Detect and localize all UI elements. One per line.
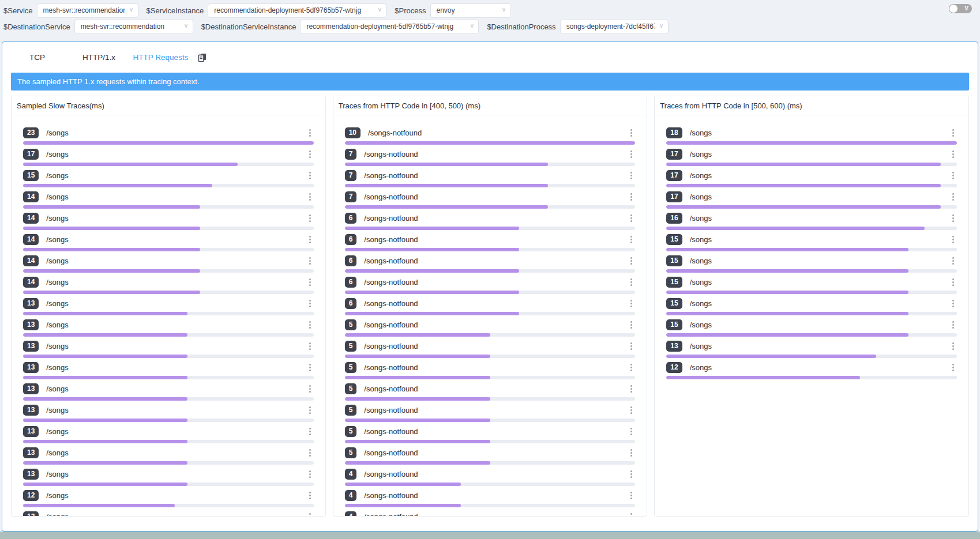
trace-endpoint-link[interactable]: /songs-notfound <box>364 214 418 223</box>
trace-endpoint-link[interactable]: /songs-notfound <box>364 512 418 516</box>
trace-endpoint-link[interactable]: /songs-notfound <box>364 321 418 329</box>
kebab-menu-icon[interactable] <box>628 426 635 437</box>
trace-endpoint-link[interactable]: /songs <box>690 363 712 372</box>
kebab-menu-icon[interactable] <box>628 447 635 458</box>
kebab-menu-icon[interactable] <box>306 362 314 373</box>
kebab-menu-icon[interactable] <box>628 383 635 394</box>
trace-endpoint-link[interactable]: /songs <box>46 385 68 393</box>
trace-endpoint-link[interactable]: /songs <box>690 321 712 329</box>
kebab-menu-icon[interactable] <box>949 191 957 202</box>
kebab-menu-icon[interactable] <box>949 234 957 245</box>
trace-endpoint-link[interactable]: /songs <box>690 171 712 180</box>
trace-endpoint-link[interactable]: /songs <box>690 193 712 201</box>
kebab-menu-icon[interactable] <box>628 213 635 224</box>
kebab-menu-icon[interactable] <box>949 298 957 309</box>
trace-endpoint-link[interactable]: /songs <box>46 342 68 350</box>
filter-select-process[interactable]: envoy ∨ <box>430 3 511 18</box>
trace-endpoint-link[interactable]: /songs-notfound <box>364 171 418 180</box>
kebab-menu-icon[interactable] <box>306 213 314 224</box>
kebab-menu-icon[interactable] <box>949 255 957 266</box>
trace-endpoint-link[interactable]: /songs <box>46 214 68 223</box>
trace-endpoint-link[interactable]: /songs <box>46 406 68 414</box>
kebab-menu-icon[interactable] <box>628 255 635 266</box>
copy-icon[interactable] <box>197 52 207 62</box>
trace-endpoint-link[interactable]: /songs <box>46 512 68 516</box>
filter-select-destinationserviceinstance[interactable]: recommendation-deployment-5df9765b57-wtn… <box>300 20 479 34</box>
trace-endpoint-link[interactable]: /songs-notfound <box>364 193 418 201</box>
trace-endpoint-link[interactable]: /songs <box>690 257 712 265</box>
tab-tcp[interactable]: TCP <box>6 53 68 62</box>
trace-endpoint-link[interactable]: /songs <box>46 321 68 329</box>
trace-endpoint-link[interactable]: /songs-notfound <box>368 129 422 137</box>
kebab-menu-icon[interactable] <box>949 127 957 138</box>
kebab-menu-icon[interactable] <box>306 447 314 458</box>
trace-endpoint-link[interactable]: /songs <box>46 193 68 201</box>
kebab-menu-icon[interactable] <box>306 511 314 516</box>
trace-endpoint-link[interactable]: /songs-notfound <box>364 385 418 393</box>
trace-endpoint-link[interactable]: /songs <box>46 363 68 372</box>
kebab-menu-icon[interactable] <box>306 383 314 394</box>
kebab-menu-icon[interactable] <box>949 319 957 330</box>
kebab-menu-icon[interactable] <box>306 405 314 416</box>
kebab-menu-icon[interactable] <box>306 255 314 266</box>
kebab-menu-icon[interactable] <box>306 298 314 309</box>
kebab-menu-icon[interactable] <box>306 191 314 202</box>
trace-endpoint-link[interactable]: /songs <box>46 235 68 244</box>
kebab-menu-icon[interactable] <box>628 490 635 501</box>
trace-endpoint-link[interactable]: /songs <box>46 257 68 265</box>
filter-select-service[interactable]: mesh-svr::recommendation ∨ <box>37 3 138 18</box>
trace-endpoint-link[interactable]: /songs-notfound <box>364 299 418 308</box>
kebab-menu-icon[interactable] <box>306 341 314 352</box>
kebab-menu-icon[interactable] <box>306 149 314 160</box>
trace-endpoint-link[interactable]: /songs <box>690 299 712 308</box>
trace-endpoint-link[interactable]: /songs <box>46 278 68 287</box>
trace-endpoint-link[interactable]: /songs-notfound <box>364 150 418 159</box>
kebab-menu-icon[interactable] <box>306 490 314 501</box>
kebab-menu-icon[interactable] <box>306 469 314 480</box>
tab-http-1-x[interactable]: HTTP/1.x <box>68 53 130 62</box>
filter-select-destinationservice[interactable]: mesh-svr::recommendation ∨ <box>74 20 193 34</box>
kebab-menu-icon[interactable] <box>949 170 957 181</box>
trace-endpoint-link[interactable]: /songs <box>46 299 68 308</box>
trace-endpoint-link[interactable]: /songs <box>690 342 712 350</box>
trace-endpoint-link[interactable]: /songs-notfound <box>364 257 418 265</box>
kebab-menu-icon[interactable] <box>628 149 635 160</box>
kebab-menu-icon[interactable] <box>628 170 635 181</box>
trace-endpoint-link[interactable]: /songs <box>46 491 68 500</box>
kebab-menu-icon[interactable] <box>306 277 314 288</box>
trace-endpoint-link[interactable]: /songs <box>690 150 712 159</box>
kebab-menu-icon[interactable] <box>628 469 635 480</box>
kebab-menu-icon[interactable] <box>628 277 635 288</box>
kebab-menu-icon[interactable] <box>949 341 957 352</box>
kebab-menu-icon[interactable] <box>949 149 957 160</box>
trace-endpoint-link[interactable]: /songs <box>690 278 712 287</box>
trace-endpoint-link[interactable]: /songs <box>690 235 712 244</box>
trace-endpoint-link[interactable]: /songs <box>46 171 68 180</box>
kebab-menu-icon[interactable] <box>306 319 314 330</box>
kebab-menu-icon[interactable] <box>949 213 957 224</box>
kebab-menu-icon[interactable] <box>628 191 635 202</box>
kebab-menu-icon[interactable] <box>628 511 635 516</box>
kebab-menu-icon[interactable] <box>949 362 957 373</box>
variables-toggle[interactable]: V <box>949 4 972 13</box>
kebab-menu-icon[interactable] <box>628 127 635 138</box>
trace-endpoint-link[interactable]: /songs-notfound <box>364 470 418 478</box>
kebab-menu-icon[interactable] <box>949 277 957 288</box>
trace-endpoint-link[interactable]: /songs-notfound <box>364 427 418 436</box>
kebab-menu-icon[interactable] <box>628 319 635 330</box>
tab-http-requests[interactable]: HTTP Requests <box>130 53 192 62</box>
filter-select-destinationprocess[interactable]: songs-deployment-7dcf45ff67-g ∨ <box>560 20 669 34</box>
kebab-menu-icon[interactable] <box>628 362 635 373</box>
trace-endpoint-link[interactable]: /songs-notfound <box>364 448 418 457</box>
trace-endpoint-link[interactable]: /songs <box>690 214 712 223</box>
kebab-menu-icon[interactable] <box>306 170 314 181</box>
kebab-menu-icon[interactable] <box>628 341 635 352</box>
trace-endpoint-link[interactable]: /songs <box>46 129 68 137</box>
trace-endpoint-link[interactable]: /songs-notfound <box>364 491 418 500</box>
trace-endpoint-link[interactable]: /songs <box>46 448 68 457</box>
trace-endpoint-link[interactable]: /songs-notfound <box>364 342 418 350</box>
trace-endpoint-link[interactable]: /songs-notfound <box>364 235 418 244</box>
trace-endpoint-link[interactable]: /songs <box>46 470 68 478</box>
trace-endpoint-link[interactable]: /songs <box>690 129 712 137</box>
trace-endpoint-link[interactable]: /songs-notfound <box>364 363 418 372</box>
